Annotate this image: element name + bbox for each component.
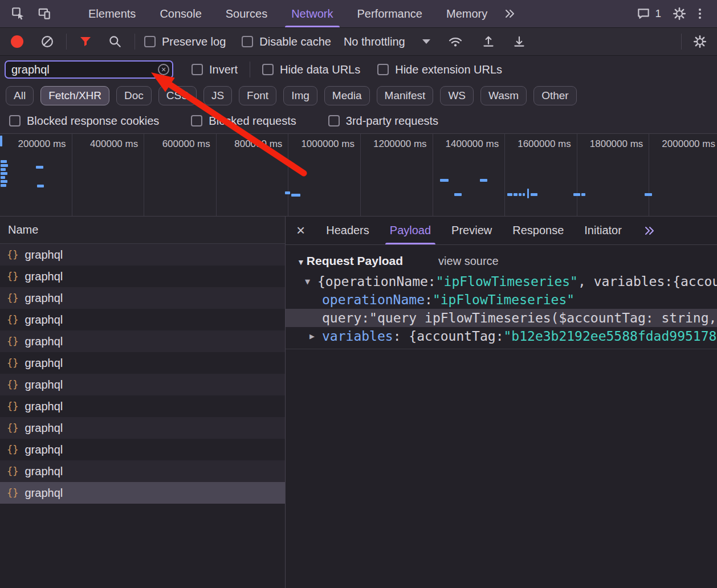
name-column-header[interactable]: Name <box>0 217 285 244</box>
request-row[interactable]: graphql <box>0 244 285 266</box>
tab-bar-right-controls: 1 <box>633 3 710 24</box>
disable-cache-checkbox[interactable]: Disable cache <box>242 35 331 48</box>
request-row[interactable]: graphql <box>0 417 285 439</box>
collapse-triangle-icon[interactable] <box>297 258 305 267</box>
preserve-log-checkbox[interactable]: Preserve log <box>144 35 226 48</box>
payload-divider <box>286 349 717 349</box>
json-braces-icon <box>7 401 18 412</box>
detail-tab-bar: HeadersPayloadPreviewResponseInitiator <box>286 217 717 245</box>
json-braces-icon <box>7 292 18 304</box>
request-name: graphql <box>25 378 63 391</box>
detail-tab[interactable]: Initiator <box>574 217 632 244</box>
hide-extension-urls-checkbox[interactable]: Hide extension URLs <box>377 63 502 76</box>
checkbox-box <box>377 64 389 75</box>
devtools-tab[interactable]: Network <box>279 0 345 27</box>
request-type-chip[interactable]: WS <box>440 86 474 105</box>
more-tabs-icon[interactable] <box>499 3 520 24</box>
json-braces-icon <box>7 314 18 325</box>
hide-data-urls-checkbox[interactable]: Hide data URLs <box>262 63 360 76</box>
payload-property-row-selected[interactable]: query: "query ipFlowTimeseries($accountT… <box>286 309 717 327</box>
waterfall-bar <box>285 191 290 194</box>
request-row[interactable]: graphql <box>0 309 285 330</box>
waterfall-overview-bars <box>0 134 717 216</box>
devtools-tab-label: Memory <box>446 7 487 21</box>
request-row[interactable]: graphql <box>0 460 285 482</box>
extra-filter-checkbox[interactable]: Blocked requests <box>191 115 296 128</box>
devtools-tab[interactable]: Elements <box>76 0 148 27</box>
throttling-select[interactable]: No throttling <box>344 35 430 48</box>
settings-gear-icon[interactable] <box>669 3 690 24</box>
kebab-menu-icon[interactable] <box>690 3 710 24</box>
checkbox-box <box>242 36 253 47</box>
waterfall-bar <box>645 193 652 196</box>
filter-icon[interactable] <box>75 31 96 52</box>
request-row[interactable]: graphql <box>0 287 285 309</box>
payload-property-row[interactable]: operationName: "ipFlowTimeseries" <box>286 291 717 309</box>
request-type-chip[interactable]: Doc <box>116 86 152 105</box>
messages-count-badge: 1 <box>655 7 661 20</box>
clear-filter-icon[interactable] <box>158 64 169 75</box>
devtools-tab[interactable]: Sources <box>214 0 279 27</box>
request-type-chip[interactable]: Font <box>239 86 276 105</box>
record-button[interactable] <box>11 35 23 48</box>
payload-root-row[interactable]: {operationName: "ipFlowTimeseries", vari… <box>286 272 717 291</box>
waterfall-bar <box>454 193 462 196</box>
request-row[interactable]: graphql <box>0 374 285 395</box>
detail-tab-label: Payload <box>390 224 431 237</box>
request-type-chip[interactable]: Wasm <box>480 86 527 105</box>
chip-label: All <box>14 89 26 102</box>
request-type-chip[interactable]: Manifest <box>377 86 434 105</box>
request-row[interactable]: graphql <box>0 330 285 352</box>
request-row[interactable]: graphql <box>0 352 285 374</box>
waterfall-bar <box>0 136 2 146</box>
json-braces-icon <box>7 249 18 260</box>
detail-tabs: HeadersPayloadPreviewResponseInitiator <box>316 217 632 244</box>
waterfall-bar <box>1 164 8 167</box>
request-type-chip[interactable]: All <box>6 86 34 105</box>
chip-label: Fetch/XHR <box>48 89 101 102</box>
devtools-tab[interactable]: Performance <box>345 0 435 27</box>
search-icon[interactable] <box>105 31 125 52</box>
export-har-icon[interactable] <box>509 31 529 52</box>
extra-filter-checkbox[interactable]: Blocked response cookies <box>9 115 159 128</box>
expand-triangle-icon[interactable] <box>305 272 317 291</box>
devtools-tab[interactable]: Memory <box>434 0 499 27</box>
request-row[interactable]: graphql <box>0 482 285 504</box>
property-key: operationName <box>322 291 425 309</box>
detail-tab[interactable]: Payload <box>380 217 441 244</box>
more-detail-tabs-icon[interactable] <box>639 220 659 241</box>
chip-label: Other <box>541 89 569 102</box>
request-type-chip[interactable]: CSS <box>158 86 197 105</box>
filter-input[interactable] <box>5 60 173 79</box>
console-messages-icon[interactable] <box>633 3 654 24</box>
waterfall-bar <box>527 189 529 198</box>
import-har-icon[interactable] <box>478 31 499 52</box>
request-type-chip[interactable]: JS <box>203 86 232 105</box>
request-type-chip[interactable]: Other <box>533 86 577 105</box>
device-toolbar-icon[interactable] <box>34 3 55 24</box>
request-type-chip[interactable]: Media <box>324 86 370 105</box>
close-details-icon[interactable] <box>286 222 316 239</box>
payload-property-row[interactable]: variables: {accountTag: "b12e3b2192ee558… <box>286 327 717 345</box>
request-row[interactable]: graphql <box>0 395 285 417</box>
inspect-element-icon[interactable] <box>8 3 28 24</box>
invert-checkbox[interactable]: Invert <box>192 63 238 76</box>
property-colon: : <box>361 309 369 327</box>
view-source-link[interactable]: view source <box>438 255 499 268</box>
network-conditions-icon[interactable] <box>445 31 466 52</box>
devtools-tab[interactable]: Console <box>148 0 213 27</box>
network-settings-gear-icon[interactable] <box>690 31 710 52</box>
extra-filter-checkbox[interactable]: 3rd-party requests <box>328 115 438 128</box>
extra-filter-label: 3rd-party requests <box>346 115 438 128</box>
expand-triangle-icon[interactable] <box>309 327 322 345</box>
clear-network-log-icon[interactable] <box>37 31 58 52</box>
detail-tab[interactable]: Headers <box>316 217 380 244</box>
request-type-chip[interactable]: Fetch/XHR <box>40 86 109 105</box>
detail-tab[interactable]: Response <box>502 217 574 244</box>
request-type-chip[interactable]: Img <box>283 86 317 105</box>
request-row[interactable]: graphql <box>0 266 285 287</box>
detail-tab[interactable]: Preview <box>441 217 502 244</box>
detail-tab-label: Preview <box>451 224 492 237</box>
timeline-overview[interactable]: 200000 ms 400000 ms 600000 ms 800000 ms … <box>0 133 717 217</box>
request-row[interactable]: graphql <box>0 439 285 460</box>
